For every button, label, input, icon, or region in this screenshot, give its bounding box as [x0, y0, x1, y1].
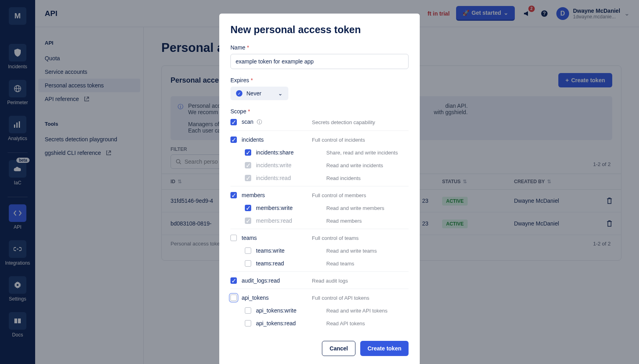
scope-row-members-read: ✓members:readRead members	[230, 214, 409, 227]
scope-name: teams:read	[256, 260, 326, 267]
scope-name: incidents:write	[256, 162, 326, 168]
scope-desc: Share, read and write incidents	[326, 150, 398, 156]
scope-name: api_tokens	[242, 295, 312, 301]
chevron-down-icon: ⌄	[278, 90, 283, 97]
scope-name: scanⓘ	[242, 119, 312, 126]
scope-desc: Read and write API tokens	[326, 308, 387, 314]
scope-name: teams:write	[256, 247, 326, 254]
scope-row-teams: teamsFull control of teams	[230, 229, 409, 244]
checkbox[interactable]: ✓	[230, 136, 237, 143]
checkbox[interactable]: ✓	[230, 277, 237, 284]
scope-desc: Read and write incidents	[326, 162, 383, 168]
create-button[interactable]: Create token	[360, 341, 409, 356]
scope-name: incidents:share	[256, 149, 326, 156]
scope-desc: Read teams	[326, 261, 354, 267]
scope-row-teams-write: teams:writeRead and write teams	[230, 244, 409, 257]
name-input[interactable]	[230, 54, 409, 69]
checkbox[interactable]: ✓	[245, 149, 251, 156]
checkbox[interactable]	[245, 320, 251, 326]
cancel-button[interactable]: Cancel	[322, 341, 355, 356]
checkbox[interactable]	[245, 247, 251, 254]
checkbox[interactable]	[230, 295, 237, 301]
scope-desc: Read members	[326, 218, 362, 224]
scope-name: members:read	[256, 218, 326, 224]
scope-row-incidents-write: ✓incidents:writeRead and write incidents	[230, 159, 409, 172]
check-icon: ✓	[236, 90, 242, 97]
scope-desc: Read and write members	[326, 205, 384, 211]
checkbox[interactable]: ✓	[230, 192, 237, 198]
scope-name: audit_logs:read	[242, 277, 312, 284]
scope-row-scan: ✓scanⓘSecrets detection capability	[230, 118, 409, 129]
scope-desc: Read incidents	[326, 175, 361, 181]
checkbox[interactable]	[230, 235, 237, 241]
scope-row-members: ✓membersFull control of members	[230, 186, 409, 202]
scope-name: incidents	[242, 136, 312, 143]
scope-row-api-tokens-write: api_tokens:writeRead and write API token…	[230, 304, 409, 317]
scope-desc: Full control of API tokens	[312, 295, 369, 301]
checkbox: ✓	[245, 218, 251, 224]
expires-value: Never	[246, 90, 261, 97]
scope-desc: Read API tokens	[326, 320, 365, 326]
scope-name: teams	[242, 235, 312, 241]
scope-row-incidents-share: ✓incidents:shareShare, read and write in…	[230, 146, 409, 159]
scope-name: members	[242, 192, 312, 198]
checkbox[interactable]: ✓	[230, 119, 237, 125]
expires-select[interactable]: ✓ Never ⌄	[230, 87, 288, 100]
scope-desc: Secrets detection capability	[312, 119, 375, 125]
scope-label: Scope*	[230, 108, 409, 115]
scope-row-teams-read: teams:readRead teams	[230, 257, 409, 270]
scope-desc: Full control of teams	[312, 235, 359, 241]
scope-desc: Read audit logs	[312, 278, 348, 284]
expires-label: Expires*	[230, 77, 409, 83]
scope-name: members:write	[256, 205, 326, 211]
checkbox[interactable]	[245, 260, 251, 267]
scope-row-incidents-read: ✓incidents:readRead incidents	[230, 172, 409, 184]
scope-name: incidents:read	[256, 175, 326, 181]
checkbox[interactable]: ✓	[245, 205, 251, 211]
scope-row-members-write: ✓members:writeRead and write members	[230, 202, 409, 214]
scope-desc: Full control of members	[312, 192, 366, 198]
checkbox[interactable]	[245, 307, 251, 314]
scope-row-incidents: ✓incidentsFull control of incidents	[230, 131, 409, 146]
modal-title: New personal access token	[230, 24, 409, 36]
scope-desc: Read and write teams	[326, 248, 377, 254]
scope-desc: Full control of incidents	[312, 137, 365, 143]
scope-row-audit-logs-read: ✓audit_logs:readRead audit logs	[230, 271, 409, 287]
scope-name: api_tokens:write	[256, 307, 326, 314]
checkbox: ✓	[245, 175, 251, 181]
help-icon[interactable]: ⓘ	[257, 119, 262, 125]
scope-row-api-tokens: api_tokensFull control of API tokens	[230, 289, 409, 304]
checkbox: ✓	[245, 162, 251, 168]
name-label: Name*	[230, 44, 409, 51]
create-token-modal: New personal access token Name* Expires*…	[219, 14, 420, 364]
scope-name: api_tokens:read	[256, 320, 326, 326]
scope-row-api-tokens-read: api_tokens:readRead API tokens	[230, 317, 409, 330]
